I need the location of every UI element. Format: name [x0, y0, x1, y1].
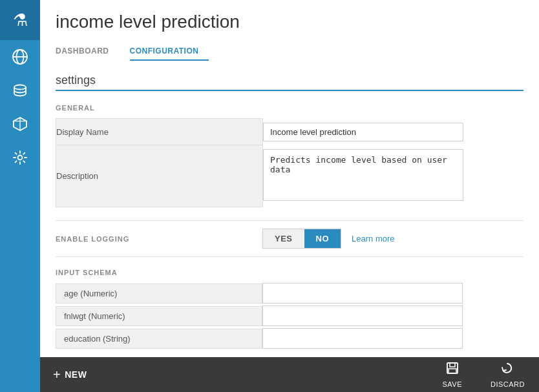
plus-icon: + [53, 367, 61, 382]
svg-point-7 [18, 156, 23, 160]
schema-label-fnlwgt: fnlwgt (Numeric) [56, 306, 262, 326]
learn-more-link[interactable]: Learn more [352, 234, 394, 243]
section-divider [56, 90, 523, 91]
save-label: SAVE [442, 380, 462, 388]
discard-label: DISCARD [491, 380, 525, 388]
schema-label-age: age (Numeric) [56, 284, 262, 304]
schema-input-fnlwgt[interactable] [262, 305, 463, 326]
flask-icon: ⚗ [13, 10, 28, 30]
sidebar-item-settings[interactable] [0, 141, 40, 174]
content-area: settings GENERAL Display Name Descriptio… [40, 61, 539, 357]
schema-input-age[interactable] [262, 283, 463, 304]
input-schema-section: INPUT SCHEMA age (Numeric) fnlwgt (Numer… [56, 269, 523, 349]
sidebar-item-cube[interactable] [0, 107, 40, 141]
tab-bar: DASHBOARD CONFIGURATION [56, 41, 523, 61]
display-name-input[interactable] [263, 123, 463, 141]
svg-rect-9 [450, 363, 455, 367]
schema-label-education: education (String) [56, 329, 262, 349]
input-schema-label: INPUT SCHEMA [56, 269, 523, 276]
toolbar: + NEW SAVE DISCARD [40, 357, 539, 392]
discard-button[interactable]: DISCARD [476, 357, 539, 392]
schema-row-fnlwgt: fnlwgt (Numeric) [56, 305, 523, 326]
description-row: Description [56, 145, 523, 207]
description-label: Description [56, 145, 263, 207]
general-label: GENERAL [56, 104, 523, 112]
save-button[interactable]: SAVE [428, 357, 476, 392]
logging-yes-button[interactable]: YES [263, 229, 304, 248]
sidebar-logo: ⚗ [0, 0, 40, 40]
logging-no-button[interactable]: NO [304, 229, 341, 248]
display-name-label: Display Name [56, 119, 263, 145]
schema-row-education: education (String) [56, 328, 523, 349]
general-form: Display Name Description [56, 118, 523, 207]
page-title: income level prediction [56, 12, 523, 32]
new-label: NEW [65, 369, 87, 380]
header: income level prediction DASHBOARD CONFIG… [40, 0, 539, 61]
settings-title: settings [56, 74, 523, 87]
description-input[interactable] [263, 149, 463, 201]
discard-icon [500, 361, 514, 378]
logging-label: ENABLE LOGGING [56, 235, 262, 243]
logging-toggle: YES NO [262, 229, 341, 249]
sidebar: ⚗ [0, 0, 40, 392]
schema-row-age: age (Numeric) [56, 283, 523, 304]
main-content: income level prediction DASHBOARD CONFIG… [40, 0, 539, 392]
tab-configuration[interactable]: CONFIGURATION [130, 41, 209, 61]
schema-input-education[interactable] [262, 328, 463, 349]
svg-rect-10 [449, 369, 456, 373]
sidebar-item-database[interactable] [0, 74, 40, 107]
tab-dashboard[interactable]: DASHBOARD [56, 41, 120, 61]
new-button[interactable]: + NEW [40, 357, 100, 392]
display-name-row: Display Name [56, 119, 523, 145]
svg-point-3 [14, 85, 26, 90]
sidebar-item-globe[interactable] [0, 40, 40, 74]
save-icon [445, 361, 460, 378]
logging-section: ENABLE LOGGING YES NO Learn more [56, 220, 523, 257]
